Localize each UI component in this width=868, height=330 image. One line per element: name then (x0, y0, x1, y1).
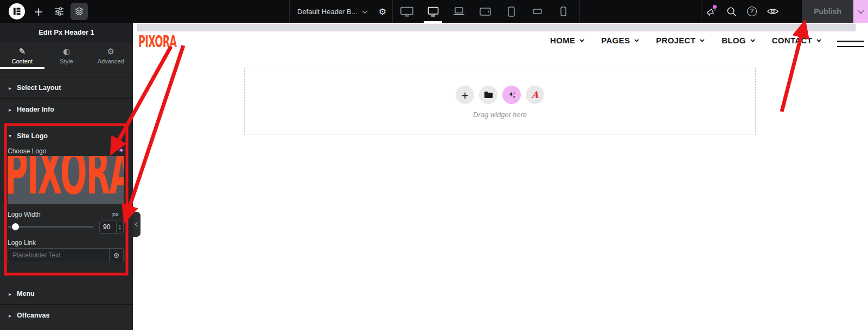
nav-project-label: PROJECT (656, 36, 695, 45)
device-widescreen-icon[interactable] (396, 0, 418, 23)
nav-item-home[interactable]: HOME (550, 36, 583, 45)
nav-contact-label: CONTACT (772, 36, 812, 45)
section-menu-label: Menu (17, 290, 35, 297)
nav-item-contact[interactable]: CONTACT (772, 36, 820, 45)
template-library-folder-button[interactable] (479, 86, 497, 104)
nav-item-blog[interactable]: BLOG (722, 36, 754, 45)
elementor-edit-panel: Edit Px Header 1 ✎ Content ◐ Style ⚙ Adv… (0, 23, 133, 330)
nav-item-project[interactable]: PROJECT (656, 36, 703, 45)
ai-builder-button[interactable] (502, 86, 521, 104)
template-selector[interactable]: Default Header B... (297, 0, 367, 23)
elementor-logo-icon[interactable] (9, 3, 25, 20)
device-tablet-portrait-icon[interactable] (500, 0, 522, 23)
whats-new-megaphone-icon[interactable] (704, 0, 717, 23)
nav-pages-label: PAGES (601, 36, 630, 45)
tab-style-label: Style (60, 58, 73, 64)
section-select-layout[interactable]: ▸ Select Layout (0, 77, 133, 99)
device-laptop-icon[interactable] (448, 0, 470, 23)
logo-width-input-wrap: ▴ ▾ (99, 221, 124, 234)
template-settings-gear-icon[interactable]: ⚙ (374, 0, 391, 23)
help-icon[interactable]: ? (745, 0, 758, 23)
tab-style[interactable]: ◐ Style (44, 42, 89, 69)
empty-section-drop-zone: + A Drag widget here (244, 68, 756, 134)
logo-width-unit[interactable]: px (112, 211, 119, 217)
section-site-logo-label: Site Logo (17, 132, 48, 140)
nav-home-label: HOME (550, 36, 575, 45)
panel-title: Edit Px Header 1 (0, 23, 133, 42)
section-site-logo[interactable]: ▾ Site Logo (0, 125, 133, 146)
main-navigation: HOME PAGES PROJECT BLOG CONTACT (550, 36, 820, 45)
chevron-down-icon (858, 8, 864, 14)
device-mobile-landscape-icon[interactable] (526, 0, 548, 23)
responsive-device-switcher (396, 0, 574, 23)
publish-options-button[interactable] (853, 0, 868, 23)
help-question-mark: ? (747, 7, 757, 16)
device-tablet-landscape-icon[interactable] (474, 0, 496, 23)
logo-link-label: Logo Link (8, 239, 36, 247)
preview-canvas: PIXORA HOME PAGES PROJECT BLOG CONTACT + (133, 23, 868, 330)
chevron-right-icon: ▸ (9, 107, 11, 113)
nav-item-pages[interactable]: PAGES (601, 36, 637, 45)
tab-content[interactable]: ✎ Content (0, 42, 44, 69)
kit-library-button[interactable]: A (526, 86, 544, 104)
tab-advanced[interactable]: ⚙ Advanced (88, 42, 133, 69)
sparkles-icon (507, 90, 516, 100)
add-widget-plus-button[interactable]: + (456, 86, 474, 104)
tab-advanced-label: Advanced (98, 58, 124, 64)
notification-dot (713, 5, 717, 9)
link-options-gear-icon[interactable]: ⚙ (109, 249, 123, 262)
logo-width-slider[interactable] (8, 226, 93, 228)
chevron-down-icon (579, 37, 584, 42)
chevron-down-icon (634, 37, 639, 42)
site-settings-sliders-icon[interactable] (51, 0, 67, 23)
topbar-divider (579, 0, 580, 23)
template-selector-label: Default Header B... (297, 8, 358, 16)
chevron-down-icon (362, 8, 367, 14)
logo-width-input[interactable] (100, 221, 116, 233)
logo-width-label: Logo Width (8, 211, 41, 218)
drag-widget-hint: Drag widget here (245, 111, 755, 119)
device-desktop-icon[interactable] (422, 0, 444, 23)
logo-preview-text: PIXORA (8, 156, 124, 203)
plus-icon: + (461, 89, 469, 101)
section-select-layout-label: Select Layout (17, 84, 61, 92)
topbar-divider (289, 0, 290, 23)
device-mobile-portrait-icon[interactable] (552, 0, 574, 23)
preview-eye-icon[interactable] (766, 0, 779, 23)
offcanvas-menu-icon[interactable] (837, 41, 864, 51)
finder-search-icon[interactable] (725, 0, 738, 23)
publish-button[interactable]: Publish (802, 0, 853, 23)
ai-sparkle-icon[interactable]: ✦ (118, 146, 124, 154)
topbar-utility-group: ? (704, 0, 779, 23)
logo-link-input-wrap: ⚙ (8, 248, 124, 262)
topbar-divider (701, 0, 701, 23)
stepper-down-icon[interactable]: ▾ (119, 227, 120, 230)
tab-content-label: Content (12, 58, 33, 64)
chevron-down-icon: ▾ (9, 133, 11, 139)
template-section-indicator (137, 24, 856, 31)
nav-blog-label: BLOG (722, 36, 746, 45)
section-menu[interactable]: ▸ Menu (0, 283, 133, 305)
chevron-down-icon (700, 37, 704, 42)
section-header-info[interactable]: ▸ Header Info (0, 99, 133, 120)
chevron-right-icon: ▸ (9, 85, 11, 91)
logo-link-input[interactable] (8, 249, 109, 262)
section-header-info-label: Header Info (17, 106, 54, 113)
contrast-icon: ◐ (63, 47, 70, 56)
panel-tabs: ✎ Content ◐ Style ⚙ Advanced (0, 42, 133, 69)
logo-width-stepper[interactable]: ▴ ▾ (116, 221, 123, 233)
site-logo-text[interactable]: PIXORA (138, 34, 177, 50)
section-offcanvas[interactable]: ▸ Offcanvas (0, 305, 133, 326)
choose-logo-label: Choose Logo (8, 147, 46, 155)
folder-icon (484, 91, 493, 99)
panel-collapse-handle[interactable] (133, 212, 141, 237)
editor-top-bar: + Default Header B... ⚙ (0, 0, 868, 23)
logo-media-preview[interactable]: PIXORA (8, 156, 124, 204)
chevron-right-icon: ▸ (9, 291, 11, 297)
add-element-icon[interactable]: + (30, 0, 47, 23)
structure-layers-icon[interactable] (71, 3, 88, 20)
logo-width-slider-handle[interactable] (12, 223, 19, 230)
chevron-right-icon: ▸ (9, 313, 11, 319)
chevron-left-icon (135, 222, 139, 227)
chevron-down-icon (750, 37, 755, 42)
